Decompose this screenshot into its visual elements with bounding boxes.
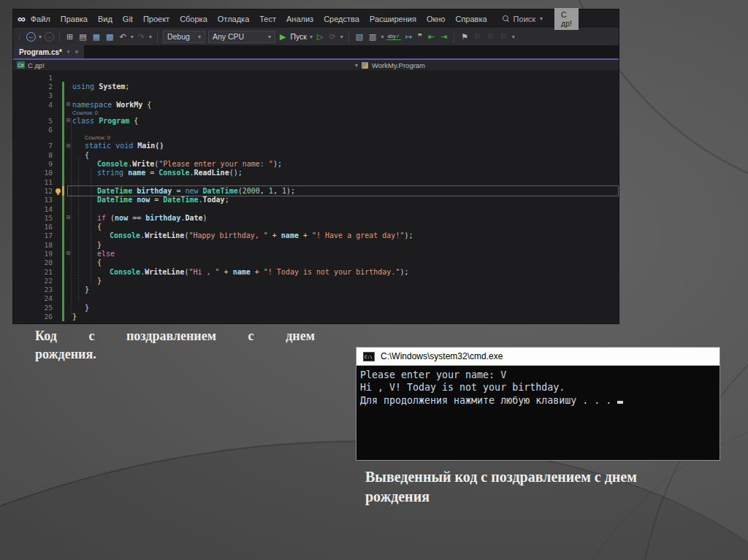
line-number[interactable]: 21 xyxy=(13,268,56,276)
codelens-references[interactable]: Ссылок: 0 xyxy=(72,110,98,116)
code-line[interactable]: 22} xyxy=(13,276,619,285)
menu-item-debug[interactable]: Отладка xyxy=(213,12,254,26)
line-number[interactable]: 22 xyxy=(13,277,56,285)
code-line[interactable]: 12DateTime birthday = new DateTime(2000,… xyxy=(13,186,619,195)
line-number[interactable]: 1 xyxy=(13,74,56,82)
navigate-forward-icon[interactable]: → xyxy=(45,32,54,42)
chevron-down-icon[interactable]: ▾ xyxy=(39,34,42,40)
save-all-icon[interactable]: ▩ xyxy=(104,32,115,42)
close-icon[interactable]: × xyxy=(75,48,78,55)
menu-item-view[interactable]: Вид xyxy=(93,12,118,26)
menu-item-analyze[interactable]: Анализ xyxy=(281,12,318,26)
start-debug-icon[interactable]: ▶ xyxy=(278,32,287,42)
code-line[interactable]: 11 xyxy=(13,177,619,186)
spell-check-icon[interactable]: aby✓ xyxy=(386,34,400,40)
comment-icon[interactable]: ❞ xyxy=(416,32,424,42)
code-line[interactable]: 23} xyxy=(13,285,619,294)
line-number[interactable]: 19 xyxy=(13,250,56,258)
chevron-down-icon[interactable]: ▾ xyxy=(512,34,515,40)
navigate-cursor-icon[interactable]: ↦ xyxy=(404,32,413,42)
line-number[interactable]: 13 xyxy=(13,196,56,204)
line-number[interactable]: 7 xyxy=(13,142,56,150)
chevron-down-icon[interactable]: ▾ xyxy=(149,34,152,40)
code-line[interactable]: 13DateTime now = DateTime.Today; xyxy=(13,196,619,204)
code-line[interactable]: 18} xyxy=(13,240,619,249)
code-line[interactable]: 1 xyxy=(13,73,619,82)
codelens-references[interactable]: Ссылок: 0 xyxy=(72,134,110,141)
menu-item-test[interactable]: Тест xyxy=(254,12,281,26)
code-line[interactable]: 19⊟else xyxy=(13,249,619,258)
show-all-files-icon[interactable]: ▧ xyxy=(354,32,365,42)
line-number[interactable]: 12 xyxy=(13,187,56,195)
chevron-down-icon[interactable]: ▾ xyxy=(340,34,343,40)
line-number[interactable]: 24 xyxy=(13,294,56,302)
redo-icon[interactable]: ↷ xyxy=(137,32,146,42)
code-line[interactable]: 26} xyxy=(13,312,619,321)
menu-item-build[interactable]: Сборка xyxy=(175,12,213,26)
line-number[interactable]: 17 xyxy=(13,231,56,239)
line-number[interactable]: 2 xyxy=(13,83,56,91)
code-line[interactable]: 5⊟class Program { xyxy=(13,116,619,125)
chevron-down-icon[interactable]: ▾ xyxy=(131,34,134,40)
code-line[interactable]: 17Console.WriteLine("Happy birthday, " +… xyxy=(13,231,619,240)
fold-toggle-icon[interactable]: ⊟ xyxy=(64,215,72,220)
tab-program-cs[interactable]: Program.cs* + × xyxy=(13,45,84,58)
code-line[interactable]: 3 xyxy=(13,91,619,100)
line-number[interactable]: 4 xyxy=(13,101,56,109)
bookmark-icon[interactable]: ⚑ xyxy=(459,32,470,42)
cmd-console-output[interactable]: Please enter your name: VHi , V! Today i… xyxy=(356,366,720,410)
menu-item-tools[interactable]: Средства xyxy=(318,12,365,26)
line-number[interactable]: 25 xyxy=(13,304,56,312)
line-number[interactable]: 9 xyxy=(13,160,56,168)
line-number[interactable]: 14 xyxy=(13,205,56,213)
code-line[interactable]: 8{ xyxy=(13,150,619,159)
menu-item-edit[interactable]: Правка xyxy=(56,12,93,26)
save-icon[interactable]: ▦ xyxy=(91,32,102,42)
line-number[interactable]: 18 xyxy=(13,241,56,249)
breadcrumb-project[interactable]: С др! xyxy=(28,61,45,69)
fold-toggle-icon[interactable]: ⊟ xyxy=(64,143,72,149)
code-line[interactable]: 6 xyxy=(13,125,619,134)
line-number[interactable]: 16 xyxy=(13,223,56,231)
line-number[interactable]: 10 xyxy=(13,169,56,177)
quick-actions-lightbulb-icon[interactable] xyxy=(56,188,61,193)
code-line[interactable]: 15⊟if (now == birthday.Date) xyxy=(13,213,619,222)
line-number[interactable]: 26 xyxy=(13,312,56,321)
pin-icon[interactable]: + xyxy=(66,48,70,55)
solution-platform-dropdown[interactable]: Any CPU ▾ xyxy=(208,31,275,43)
code-line[interactable]: 10string name = Console.ReadLine(); xyxy=(13,169,619,177)
line-number[interactable]: 20 xyxy=(13,258,56,266)
cmd-title-bar[interactable]: C:\ C:\Windows\system32\cmd.exe xyxy=(356,348,720,366)
line-number[interactable]: 6 xyxy=(13,126,56,134)
code-editor[interactable]: 12using System;34⊟namespace WorkMy {Ссыл… xyxy=(13,70,619,323)
menu-item-project[interactable]: Проект xyxy=(138,12,175,26)
undo-icon[interactable]: ↶ xyxy=(118,32,127,42)
indent-decrease-icon[interactable]: ⇤ xyxy=(427,32,436,42)
chevron-down-icon[interactable]: ▾ xyxy=(381,34,383,40)
menu-item-window[interactable]: Окно xyxy=(421,12,451,26)
open-file-icon[interactable]: ▤ xyxy=(77,32,88,42)
code-line[interactable]: 9Console.Write("Please enter your name: … xyxy=(13,159,619,168)
line-number[interactable]: 11 xyxy=(13,178,56,186)
fold-toggle-icon[interactable]: ⊟ xyxy=(64,250,72,256)
code-line[interactable]: 2using System; xyxy=(13,82,619,91)
new-project-icon[interactable]: ⊞ xyxy=(65,32,75,42)
previous-bookmark-icon[interactable]: ⚐ xyxy=(473,32,483,42)
account-button[interactable]: С др! xyxy=(554,8,579,30)
menu-item-git[interactable]: Git xyxy=(118,12,138,26)
line-number[interactable]: 5 xyxy=(13,117,56,125)
chevron-down-icon[interactable]: ▾ xyxy=(310,34,313,40)
solution-configuration-dropdown[interactable]: Debug ▾ xyxy=(163,31,205,43)
menu-item-extensions[interactable]: Расширения xyxy=(365,12,421,26)
line-number[interactable]: 8 xyxy=(13,151,56,159)
line-number[interactable]: 3 xyxy=(13,91,56,99)
navigate-back-icon[interactable]: ← xyxy=(26,32,36,42)
menu-item-file[interactable]: Файл xyxy=(26,12,56,26)
hot-reload-icon[interactable]: ⟳ xyxy=(327,32,337,42)
code-line[interactable]: 7⊟static void Main() xyxy=(13,142,619,150)
toolbar-grip-icon[interactable]: ⋮ xyxy=(15,33,23,41)
properties-window-icon[interactable]: ▥ xyxy=(367,32,378,42)
line-number[interactable]: 15 xyxy=(13,214,56,222)
clear-bookmarks-icon[interactable]: ⚐ xyxy=(499,32,509,42)
next-bookmark-icon[interactable]: ⚐ xyxy=(486,32,496,42)
